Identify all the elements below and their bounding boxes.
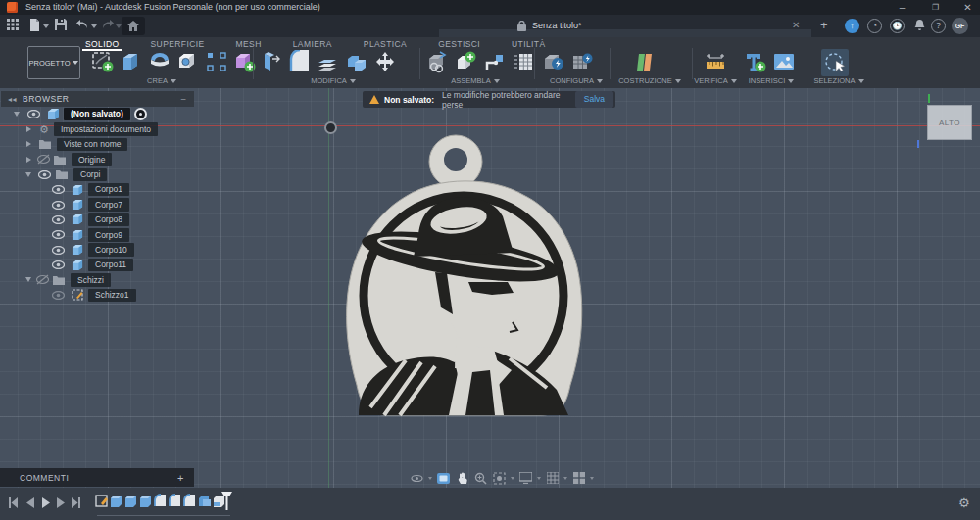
file-new-icon[interactable] — [29, 19, 40, 32]
origin-marker[interactable] — [324, 121, 337, 134]
eye-visible-icon[interactable] — [52, 201, 65, 210]
collapse-panel-icon[interactable]: ◂◂ — [8, 95, 17, 104]
fillet-icon[interactable] — [287, 49, 313, 74]
save-icon[interactable] — [55, 19, 67, 32]
orbit-caret[interactable] — [428, 477, 432, 480]
minimize-button[interactable]: – — [896, 1, 908, 14]
viewports-icon[interactable] — [571, 471, 586, 486]
timeline-feature-fillet[interactable] — [183, 494, 196, 509]
eye-visible-icon[interactable] — [38, 170, 51, 179]
chevron-down-icon[interactable] — [25, 277, 31, 282]
tree-label[interactable]: Viste con nome — [57, 138, 127, 152]
notifications-bell-icon[interactable] — [912, 19, 927, 33]
group-configura-label[interactable]: CONFIGURA — [542, 76, 611, 85]
pan-icon[interactable] — [455, 471, 469, 486]
extensions-icon[interactable]: ↑ — [845, 19, 859, 33]
tree-label[interactable]: Corpo1 — [88, 183, 129, 197]
group-assembla-label[interactable]: ASSEMBLA — [441, 76, 510, 85]
tree-label[interactable]: Corpo11 — [88, 259, 133, 272]
press-pull-icon[interactable] — [259, 49, 284, 74]
tree-row-bodies[interactable]: Corpi — [1, 167, 194, 182]
keychain-model[interactable] — [345, 116, 585, 427]
undo-history-caret[interactable] — [91, 24, 97, 28]
measure-icon[interactable] — [703, 49, 728, 74]
redo-icon[interactable] — [101, 19, 115, 32]
group-verifica-label[interactable]: VERIFICA — [686, 76, 745, 85]
insert-derive-icon[interactable] — [425, 49, 451, 74]
play-button[interactable] — [41, 496, 51, 509]
eye-hidden-icon[interactable] — [37, 154, 50, 165]
tree-label[interactable]: Schizzo1 — [88, 289, 136, 303]
tree-row-origin[interactable]: Origine — [1, 152, 194, 166]
zoom-icon[interactable] — [473, 471, 488, 486]
save-link[interactable]: Salva — [575, 91, 613, 108]
tree-label[interactable]: Corpo10 — [88, 243, 134, 257]
primitive-box-icon[interactable] — [232, 49, 258, 74]
timeline-feature-extrude[interactable] — [124, 494, 137, 509]
bom-table-icon[interactable] — [511, 49, 536, 74]
chevron-down-icon[interactable] — [25, 172, 31, 177]
timeline-feature-fillet[interactable] — [169, 494, 181, 509]
tree-row-body[interactable]: Corpo9 — [1, 227, 194, 242]
shell-icon[interactable] — [316, 49, 341, 74]
eye-dimmed-icon[interactable] — [52, 291, 65, 300]
tree-row-body[interactable]: Corpo8 — [1, 213, 194, 227]
viewports-caret[interactable] — [590, 477, 594, 480]
tree-row-document-settings[interactable]: ⚙ Impostazioni documento — [1, 121, 194, 136]
grid-settings-icon[interactable] — [545, 471, 560, 486]
tree-label[interactable]: Corpi — [74, 168, 107, 182]
tree-row-root[interactable]: (Non salvato) — [1, 107, 194, 121]
user-avatar[interactable]: GF — [952, 18, 968, 34]
eye-visible-icon[interactable] — [52, 185, 65, 194]
grid-caret[interactable] — [564, 477, 567, 480]
chevron-right-icon[interactable] — [26, 126, 31, 132]
orbit-icon[interactable] — [410, 471, 424, 486]
go-to-start-button[interactable] — [8, 496, 19, 509]
tree-label[interactable]: (Non salvato) — [64, 108, 130, 121]
tree-label[interactable]: Corpo8 — [88, 213, 129, 227]
group-seleziona-label[interactable]: SELEZIONA — [808, 76, 870, 85]
timeline-track[interactable] — [97, 515, 230, 516]
project-button[interactable]: PROGETTO — [27, 46, 80, 79]
minimize-panel-icon[interactable]: – — [181, 94, 186, 104]
insert-image-icon[interactable] — [771, 49, 797, 74]
construction-plane-icon[interactable] — [632, 49, 658, 74]
tree-label[interactable]: Impostazioni documento — [54, 122, 158, 136]
step-forward-button[interactable] — [56, 496, 66, 509]
close-button[interactable]: ✕ — [961, 1, 974, 14]
tree-row-sketch[interactable]: Schizzo1 — [1, 288, 194, 303]
pattern-icon[interactable] — [204, 49, 229, 74]
eye-visible-icon[interactable] — [52, 230, 65, 239]
help-icon[interactable]: ? — [931, 19, 946, 33]
configuration-table-icon[interactable] — [569, 49, 595, 74]
chevron-right-icon[interactable] — [26, 157, 31, 163]
tree-row-body[interactable]: Corpo1 — [1, 182, 194, 197]
timeline-feature-combine[interactable] — [198, 494, 211, 509]
combine-icon[interactable] — [344, 49, 369, 74]
timeline-feature-sketch[interactable] — [95, 494, 108, 509]
tree-label[interactable]: Corpo9 — [88, 228, 129, 242]
tab-close-icon[interactable]: ✕ — [792, 20, 800, 30]
tree-row-body[interactable]: Corpo10 — [1, 243, 194, 258]
maximize-button[interactable]: ❐ — [929, 1, 942, 14]
new-component-icon[interactable] — [454, 49, 479, 74]
chevron-right-icon[interactable] — [26, 141, 31, 147]
eye-visible-icon[interactable] — [52, 215, 65, 224]
text-icon[interactable] — [743, 49, 768, 74]
file-menu-caret[interactable] — [43, 24, 49, 28]
timeline-feature-fillet[interactable] — [154, 494, 167, 509]
activate-component-radio[interactable] — [134, 108, 147, 120]
hole-icon[interactable] — [175, 49, 201, 74]
eye-visible-icon[interactable] — [52, 246, 65, 255]
tree-label[interactable]: Corpo7 — [88, 198, 129, 212]
eye-hidden-icon[interactable] — [36, 274, 49, 285]
look-at-icon[interactable] — [436, 471, 451, 486]
fit-icon[interactable] — [492, 471, 507, 486]
viewcube[interactable]: ALTO — [927, 105, 972, 140]
eye-visible-icon[interactable] — [27, 110, 40, 118]
create-sketch-icon[interactable] — [90, 49, 116, 74]
group-modifica-label[interactable]: MODIFICA — [299, 76, 368, 85]
move-icon[interactable] — [372, 49, 398, 74]
group-costruzione-label[interactable]: COSTRUZIONE — [611, 76, 689, 85]
joint-icon[interactable] — [482, 49, 508, 74]
